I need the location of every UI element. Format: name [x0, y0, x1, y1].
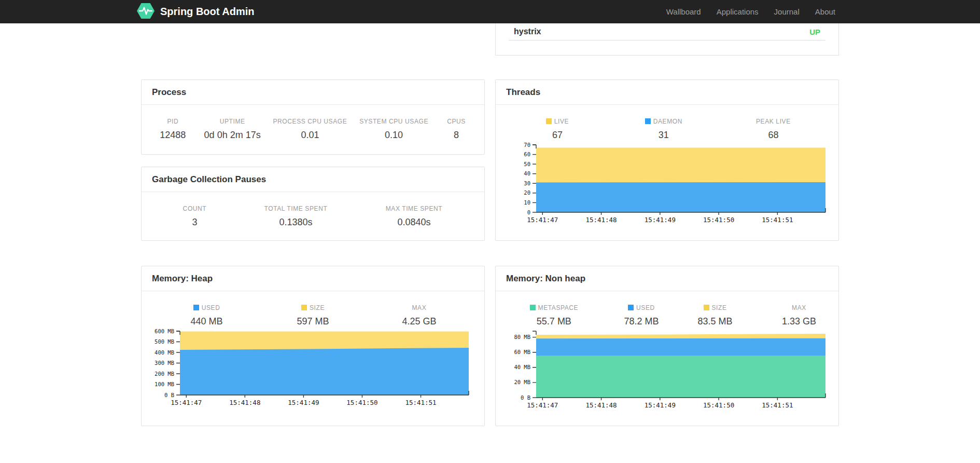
svg-text:0 B: 0 B [521, 394, 530, 401]
applications-status-card: hystrix UP [495, 23, 839, 56]
memory-nonheap-card-title: Memory: Non heap [496, 266, 838, 291]
metric-label: METASPACE [496, 304, 612, 311]
right-column: hystrix UP Threads LIVE67DAEMON31PEAK LI… [495, 23, 839, 426]
application-name: hystrix [514, 27, 541, 36]
metric-cell: DAEMON31 [619, 118, 708, 141]
brand[interactable]: Spring Boot Admin [137, 3, 254, 21]
metric-cell: LIVE67 [496, 118, 619, 141]
metric-label: UPTIME [204, 118, 261, 125]
metric-label: MAX [354, 304, 484, 311]
process-metrics: PID12488UPTIME0d 0h 2m 17sPROCESS CPU US… [142, 105, 484, 141]
metric-value: 597 MB [272, 316, 354, 327]
metric-cell: COUNT3 [142, 205, 248, 228]
metric-value: 55.7 MB [496, 316, 612, 327]
svg-text:15:41:48: 15:41:48 [229, 399, 260, 406]
svg-text:40: 40 [524, 170, 530, 176]
svg-text:400 MB: 400 MB [155, 349, 174, 356]
metric-cell: UPTIME0d 0h 2m 17s [204, 118, 261, 141]
metric-value: 0.10 [359, 130, 428, 141]
svg-text:20: 20 [524, 189, 530, 196]
svg-text:15:41:48: 15:41:48 [585, 401, 617, 409]
application-row[interactable]: hystrix UP [509, 23, 825, 40]
svg-text:0 B: 0 B [164, 392, 174, 398]
legend-swatch-icon [628, 305, 634, 310]
process-card: Process PID12488UPTIME0d 0h 2m 17sPROCES… [141, 79, 485, 155]
process-card-title: Process [142, 80, 484, 105]
threads-metrics: LIVE67DAEMON31PEAK LIVE68 [496, 105, 838, 141]
metric-label: PID [142, 118, 204, 125]
metric-cell: PEAK LIVE68 [708, 118, 838, 141]
metric-cell: PROCESS CPU USAGE0.01 [261, 118, 359, 141]
svg-text:600 MB: 600 MB [155, 328, 174, 334]
metric-label: DAEMON [619, 118, 708, 125]
svg-text:15:41:51: 15:41:51 [762, 401, 793, 409]
svg-text:200 MB: 200 MB [155, 371, 174, 377]
memory-nonheap-card: Memory: Non heap METASPACE55.7 MBUSED78.… [495, 266, 839, 426]
metric-cell: SYSTEM CPU USAGE0.10 [359, 118, 428, 141]
nav-links: Wallboard Applications Journal About [659, 7, 843, 16]
threads-card: Threads LIVE67DAEMON31PEAK LIVE68 706050… [495, 79, 839, 241]
metric-label: SYSTEM CPU USAGE [359, 118, 428, 125]
memory-nonheap-metrics: METASPACE55.7 MBUSED78.2 MBSIZE83.5 MBMA… [496, 291, 838, 327]
metric-value: 0d 0h 2m 17s [204, 130, 261, 141]
gc-metrics: COUNT3TOTAL TIME SPENT0.1380sMAX TIME SP… [142, 192, 484, 228]
metric-label: MAX TIME SPENT [344, 205, 484, 212]
left-column: Process PID12488UPTIME0d 0h 2m 17sPROCES… [141, 23, 485, 426]
metric-cell: MAX1.33 GB [760, 304, 838, 327]
nav-link-about[interactable]: About [807, 7, 843, 16]
spring-boot-admin-logo-icon [137, 3, 155, 21]
brand-title: Spring Boot Admin [160, 6, 254, 18]
svg-text:10: 10 [524, 199, 530, 206]
svg-text:15:41:47: 15:41:47 [171, 399, 202, 406]
svg-text:20 MB: 20 MB [514, 379, 530, 385]
metric-value: 440 MB [142, 316, 272, 327]
metric-label: USED [612, 304, 670, 311]
metric-label: USED [142, 304, 272, 311]
svg-text:500 MB: 500 MB [155, 338, 174, 345]
svg-text:15:41:49: 15:41:49 [645, 216, 676, 224]
metric-label: LIVE [496, 118, 619, 125]
metric-value: 78.2 MB [612, 316, 670, 327]
svg-text:50: 50 [524, 161, 530, 167]
svg-text:15:41:49: 15:41:49 [645, 401, 676, 409]
metric-value: 8 [428, 130, 484, 141]
metric-cell: MAX TIME SPENT0.0840s [344, 205, 484, 228]
nav-link-journal[interactable]: Journal [766, 7, 807, 16]
svg-text:40 MB: 40 MB [514, 364, 530, 370]
metric-cell: MAX4.25 GB [354, 304, 484, 327]
metric-label: PEAK LIVE [708, 118, 838, 125]
metric-cell: PID12488 [142, 118, 204, 141]
memory-heap-metrics: USED440 MBSIZE597 MBMAX4.25 GB [142, 291, 484, 327]
svg-text:15:41:51: 15:41:51 [405, 399, 436, 406]
nav-link-applications[interactable]: Applications [709, 7, 766, 16]
metric-value: 68 [708, 130, 838, 141]
legend-swatch-icon [546, 118, 552, 124]
metric-value: 12488 [142, 130, 204, 141]
legend-swatch-icon [645, 118, 651, 124]
metric-value: 3 [142, 217, 248, 228]
svg-text:30: 30 [524, 180, 530, 186]
memory-heap-chart: 600 MB500 MB400 MB300 MB200 MB100 MB0 B1… [148, 327, 484, 411]
metric-cell: SIZE597 MB [272, 304, 354, 327]
metric-cell: METASPACE55.7 MB [496, 304, 612, 327]
svg-text:70: 70 [524, 142, 530, 148]
metric-cell: USED78.2 MB [612, 304, 670, 327]
gc-pauses-card: Garbage Collection Pauses COUNT3TOTAL TI… [141, 167, 485, 241]
legend-swatch-icon [301, 305, 307, 310]
svg-text:300 MB: 300 MB [155, 360, 174, 366]
legend-swatch-icon [193, 305, 199, 310]
threads-chart: 70605040302010015:41:4715:41:4815:41:491… [504, 141, 838, 228]
metric-cell: SIZE83.5 MB [670, 304, 760, 327]
svg-text:100 MB: 100 MB [155, 381, 174, 387]
metric-label: CPUS [428, 118, 484, 125]
svg-text:80 MB: 80 MB [514, 334, 530, 340]
metric-cell: USED440 MB [142, 304, 272, 327]
svg-text:15:41:51: 15:41:51 [762, 216, 793, 224]
metric-value: 31 [619, 130, 708, 141]
svg-text:15:41:47: 15:41:47 [527, 401, 558, 409]
metric-cell: TOTAL TIME SPENT0.1380s [248, 205, 344, 228]
memory-heap-card-title: Memory: Heap [142, 266, 484, 291]
svg-text:15:41:50: 15:41:50 [703, 216, 734, 224]
metric-value: 0.01 [261, 130, 359, 141]
nav-link-wallboard[interactable]: Wallboard [659, 7, 709, 16]
